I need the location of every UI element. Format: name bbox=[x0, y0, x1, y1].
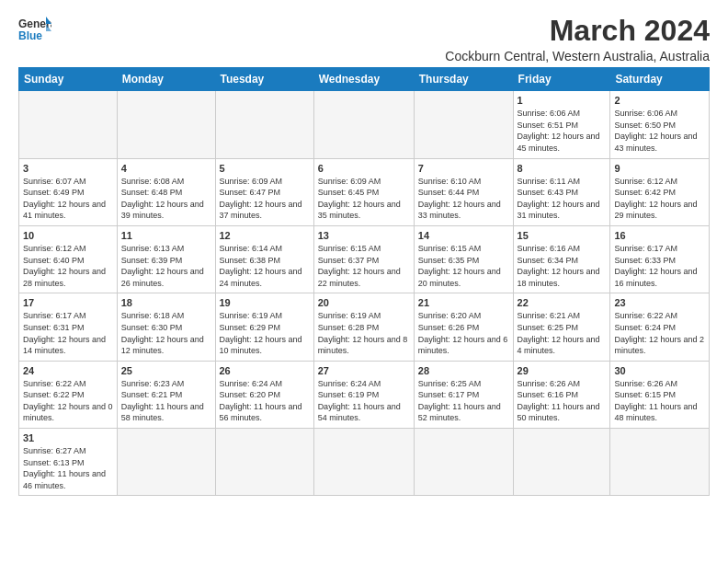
day-number: 10 bbox=[23, 230, 113, 241]
day-number: 8 bbox=[518, 163, 607, 174]
day-cell: 16Sunrise: 6:17 AM Sunset: 6:33 PM Dayli… bbox=[610, 225, 710, 293]
day-cell: 9Sunrise: 6:12 AM Sunset: 6:42 PM Daylig… bbox=[610, 158, 710, 225]
week-row-3: 10Sunrise: 6:12 AM Sunset: 6:40 PM Dayli… bbox=[19, 225, 710, 293]
day-number: 1 bbox=[518, 95, 607, 106]
day-cell bbox=[414, 91, 513, 158]
day-headers-row: SundayMondayTuesdayWednesdayThursdayFrid… bbox=[19, 68, 710, 91]
day-info: Sunrise: 6:25 AM Sunset: 6:17 PM Dayligh… bbox=[418, 378, 509, 424]
day-info: Sunrise: 6:09 AM Sunset: 6:47 PM Dayligh… bbox=[220, 176, 310, 222]
day-number: 2 bbox=[614, 95, 705, 106]
day-info: Sunrise: 6:08 AM Sunset: 6:48 PM Dayligh… bbox=[121, 176, 211, 222]
day-header-sunday: Sunday bbox=[19, 68, 118, 91]
header: General Blue March 2024 Cockburn Central… bbox=[18, 15, 710, 63]
day-info: Sunrise: 6:15 AM Sunset: 6:35 PM Dayligh… bbox=[418, 243, 509, 289]
day-number: 23 bbox=[614, 297, 705, 308]
day-cell: 6Sunrise: 6:09 AM Sunset: 6:45 PM Daylig… bbox=[313, 158, 414, 225]
day-info: Sunrise: 6:27 AM Sunset: 6:13 PM Dayligh… bbox=[23, 445, 113, 491]
title-area: March 2024 Cockburn Central, Western Aus… bbox=[445, 15, 710, 63]
day-info: Sunrise: 6:24 AM Sunset: 6:20 PM Dayligh… bbox=[220, 378, 310, 424]
day-cell: 28Sunrise: 6:25 AM Sunset: 6:17 PM Dayli… bbox=[414, 361, 513, 428]
day-cell: 18Sunrise: 6:18 AM Sunset: 6:30 PM Dayli… bbox=[117, 293, 215, 361]
day-info: Sunrise: 6:18 AM Sunset: 6:30 PM Dayligh… bbox=[121, 310, 211, 356]
day-cell: 8Sunrise: 6:11 AM Sunset: 6:43 PM Daylig… bbox=[513, 158, 610, 225]
logo: General Blue bbox=[18, 15, 51, 42]
day-cell bbox=[414, 429, 513, 496]
day-cell: 11Sunrise: 6:13 AM Sunset: 6:39 PM Dayli… bbox=[117, 225, 215, 293]
day-cell: 3Sunrise: 6:07 AM Sunset: 6:49 PM Daylig… bbox=[19, 158, 118, 225]
day-cell: 19Sunrise: 6:19 AM Sunset: 6:29 PM Dayli… bbox=[215, 293, 313, 361]
day-number: 31 bbox=[23, 432, 113, 443]
day-header-wednesday: Wednesday bbox=[313, 68, 414, 91]
day-cell: 30Sunrise: 6:26 AM Sunset: 6:15 PM Dayli… bbox=[610, 361, 710, 428]
day-number: 14 bbox=[418, 230, 509, 241]
day-header-friday: Friday bbox=[513, 68, 610, 91]
day-info: Sunrise: 6:21 AM Sunset: 6:25 PM Dayligh… bbox=[518, 310, 607, 356]
day-info: Sunrise: 6:20 AM Sunset: 6:26 PM Dayligh… bbox=[418, 310, 509, 356]
day-number: 27 bbox=[318, 365, 410, 376]
day-number: 18 bbox=[121, 297, 211, 308]
day-number: 24 bbox=[23, 365, 113, 376]
day-info: Sunrise: 6:07 AM Sunset: 6:49 PM Dayligh… bbox=[23, 176, 113, 222]
day-header-monday: Monday bbox=[117, 68, 215, 91]
day-cell: 1Sunrise: 6:06 AM Sunset: 6:51 PM Daylig… bbox=[513, 91, 610, 158]
day-number: 16 bbox=[614, 230, 705, 241]
day-cell: 13Sunrise: 6:15 AM Sunset: 6:37 PM Dayli… bbox=[313, 225, 414, 293]
day-number: 20 bbox=[318, 297, 410, 308]
day-info: Sunrise: 6:06 AM Sunset: 6:51 PM Dayligh… bbox=[518, 108, 607, 154]
week-row-4: 17Sunrise: 6:17 AM Sunset: 6:31 PM Dayli… bbox=[19, 293, 710, 361]
day-cell: 29Sunrise: 6:26 AM Sunset: 6:16 PM Dayli… bbox=[513, 361, 610, 428]
day-info: Sunrise: 6:24 AM Sunset: 6:19 PM Dayligh… bbox=[318, 378, 410, 424]
day-cell: 2Sunrise: 6:06 AM Sunset: 6:50 PM Daylig… bbox=[610, 91, 710, 158]
day-number: 22 bbox=[518, 297, 607, 308]
day-info: Sunrise: 6:23 AM Sunset: 6:21 PM Dayligh… bbox=[121, 378, 211, 424]
day-info: Sunrise: 6:15 AM Sunset: 6:37 PM Dayligh… bbox=[318, 243, 410, 289]
day-number: 28 bbox=[418, 365, 509, 376]
day-number: 29 bbox=[518, 365, 607, 376]
day-number: 30 bbox=[614, 365, 705, 376]
day-info: Sunrise: 6:26 AM Sunset: 6:16 PM Dayligh… bbox=[518, 378, 607, 424]
day-number: 4 bbox=[121, 163, 211, 174]
day-info: Sunrise: 6:17 AM Sunset: 6:31 PM Dayligh… bbox=[23, 310, 113, 356]
day-info: Sunrise: 6:12 AM Sunset: 6:42 PM Dayligh… bbox=[614, 176, 705, 222]
day-cell: 24Sunrise: 6:22 AM Sunset: 6:22 PM Dayli… bbox=[19, 361, 118, 428]
day-number: 12 bbox=[220, 230, 310, 241]
day-number: 9 bbox=[614, 163, 705, 174]
day-header-tuesday: Tuesday bbox=[215, 68, 313, 91]
day-number: 6 bbox=[318, 163, 410, 174]
month-title: March 2024 bbox=[445, 15, 710, 47]
day-number: 13 bbox=[318, 230, 410, 241]
day-cell: 22Sunrise: 6:21 AM Sunset: 6:25 PM Dayli… bbox=[513, 293, 610, 361]
day-number: 3 bbox=[23, 163, 113, 174]
day-cell bbox=[215, 91, 313, 158]
day-info: Sunrise: 6:22 AM Sunset: 6:24 PM Dayligh… bbox=[614, 310, 705, 356]
day-info: Sunrise: 6:12 AM Sunset: 6:40 PM Dayligh… bbox=[23, 243, 113, 289]
day-info: Sunrise: 6:26 AM Sunset: 6:15 PM Dayligh… bbox=[614, 378, 705, 424]
day-cell: 23Sunrise: 6:22 AM Sunset: 6:24 PM Dayli… bbox=[610, 293, 710, 361]
day-cell: 20Sunrise: 6:19 AM Sunset: 6:28 PM Dayli… bbox=[313, 293, 414, 361]
day-info: Sunrise: 6:10 AM Sunset: 6:44 PM Dayligh… bbox=[418, 176, 509, 222]
day-cell bbox=[313, 91, 414, 158]
day-info: Sunrise: 6:06 AM Sunset: 6:50 PM Dayligh… bbox=[614, 108, 705, 154]
day-number: 21 bbox=[418, 297, 509, 308]
day-info: Sunrise: 6:19 AM Sunset: 6:29 PM Dayligh… bbox=[220, 310, 310, 356]
svg-text:Blue: Blue bbox=[18, 29, 42, 42]
day-cell bbox=[513, 429, 610, 496]
day-cell: 14Sunrise: 6:15 AM Sunset: 6:35 PM Dayli… bbox=[414, 225, 513, 293]
day-cell: 21Sunrise: 6:20 AM Sunset: 6:26 PM Dayli… bbox=[414, 293, 513, 361]
day-cell bbox=[610, 429, 710, 496]
day-cell bbox=[313, 429, 414, 496]
logo-svg: General Blue bbox=[18, 15, 51, 42]
day-info: Sunrise: 6:22 AM Sunset: 6:22 PM Dayligh… bbox=[23, 378, 113, 424]
day-cell: 31Sunrise: 6:27 AM Sunset: 6:13 PM Dayli… bbox=[19, 429, 118, 496]
day-cell bbox=[19, 91, 118, 158]
day-cell: 4Sunrise: 6:08 AM Sunset: 6:48 PM Daylig… bbox=[117, 158, 215, 225]
calendar-table: SundayMondayTuesdayWednesdayThursdayFrid… bbox=[18, 67, 710, 496]
day-cell: 15Sunrise: 6:16 AM Sunset: 6:34 PM Dayli… bbox=[513, 225, 610, 293]
day-number: 19 bbox=[220, 297, 310, 308]
day-info: Sunrise: 6:16 AM Sunset: 6:34 PM Dayligh… bbox=[518, 243, 607, 289]
day-cell: 27Sunrise: 6:24 AM Sunset: 6:19 PM Dayli… bbox=[313, 361, 414, 428]
location-subtitle: Cockburn Central, Western Australia, Aus… bbox=[445, 49, 710, 63]
week-row-5: 24Sunrise: 6:22 AM Sunset: 6:22 PM Dayli… bbox=[19, 361, 710, 428]
day-cell: 26Sunrise: 6:24 AM Sunset: 6:20 PM Dayli… bbox=[215, 361, 313, 428]
day-cell bbox=[117, 91, 215, 158]
